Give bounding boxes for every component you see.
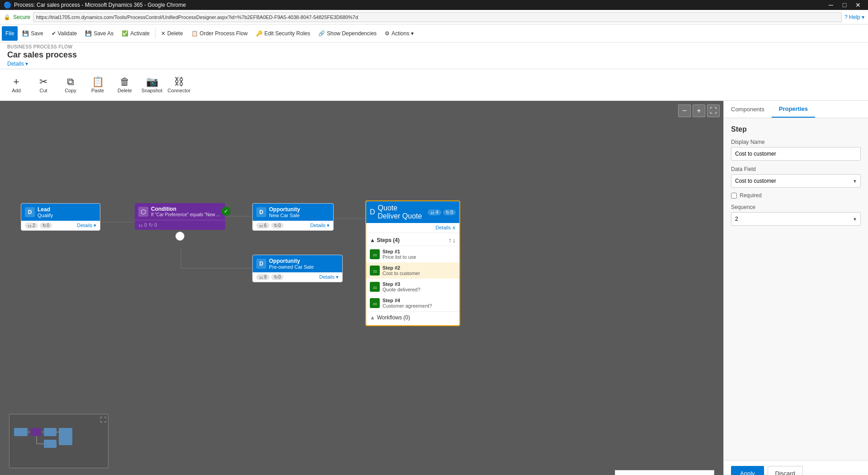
panel-footer: Apply Discard <box>724 460 868 475</box>
opp-pre-details-button[interactable]: Details ▾ <box>319 274 339 280</box>
tab-properties[interactable]: Properties <box>772 101 815 118</box>
lead-details-button[interactable]: Details ▾ <box>77 223 96 228</box>
lead-workflows-badge: ↻ 0 <box>40 223 52 228</box>
canvas-controls: − + ⛶ <box>678 104 720 117</box>
connector-icon: ⛓ <box>174 77 184 87</box>
step-1-label: Step #1 <box>382 249 416 254</box>
file-button[interactable]: File <box>2 26 18 41</box>
fit-button[interactable]: ⛶ <box>707 104 720 117</box>
steps-arrows: ↑ ↓ <box>448 237 456 244</box>
workflows-section: ▲ Workflows (0) <box>366 311 459 323</box>
snapshot-icon: 📷 <box>146 77 158 87</box>
step-4-sub: Customer agreement? <box>382 303 432 309</box>
quote-node-title: Quote <box>378 204 422 212</box>
step-2-label: Step #2 <box>382 265 420 271</box>
step-4-label: Step #4 <box>382 298 432 303</box>
page-header: BUSINESS PROCESS FLOW Car sales process … <box>0 43 868 69</box>
minimap[interactable]: ⛶ <box>9 414 108 468</box>
quote-node-icon: D <box>370 208 375 216</box>
data-field-select[interactable]: Cost to customer <box>731 174 861 188</box>
step-2-icon: ⚏ <box>370 266 380 276</box>
tab-components[interactable]: Components <box>724 101 772 118</box>
paste-icon: 📋 <box>92 77 104 87</box>
quote-details-button[interactable]: Details ∧ <box>435 225 456 231</box>
details-button[interactable]: Details ▾ <box>7 61 861 69</box>
step-2-item[interactable]: ⚏ Step #2 Cost to customer <box>366 262 459 279</box>
copy-button[interactable]: ⧉ Copy <box>58 71 83 99</box>
step-3-icon: ⚏ <box>370 282 380 292</box>
zoom-in-button[interactable]: + <box>693 104 705 117</box>
delete-button[interactable]: ✕ Delete <box>157 26 187 41</box>
opp-new-workflows-badge: ↻ 0 <box>271 223 284 228</box>
connector-button[interactable]: ⛓ Connector <box>166 71 192 99</box>
condition-node[interactable]: ⬡ Condition If "Car Preference" equals "… <box>135 203 225 230</box>
lead-node-subtitle: Qualify <box>38 213 53 218</box>
step-4-item[interactable]: ⚏ Step #4 Customer agreement? <box>366 295 459 311</box>
step-1-sub: Price list to use <box>382 254 416 260</box>
close-button[interactable]: ✕ <box>852 0 864 10</box>
lead-node[interactable]: D Lead Qualify ⚏ 2 ↻ 0 Details ▾ <box>21 203 100 231</box>
step-3-text: Step #3 Quote delivered? <box>382 281 420 292</box>
opp-pre-node-header: D Opportunity Pre-owned Car Sale <box>253 255 342 272</box>
activate-button[interactable]: ✅ Activate <box>118 26 153 41</box>
lead-node-icon: D <box>25 207 35 217</box>
cut-icon: ✂ <box>39 77 47 87</box>
sequence-select[interactable]: 1 2 3 4 <box>731 212 861 226</box>
opportunity-preowned-node[interactable]: D Opportunity Pre-owned Car Sale ⚏ 9 ↻ 0… <box>252 255 343 282</box>
minimize-button[interactable]: ─ <box>825 0 837 10</box>
actions-button[interactable]: ⚙ Actions ▾ <box>381 26 417 41</box>
mini-opp-pre <box>44 440 57 448</box>
apply-button[interactable]: Apply <box>731 466 764 475</box>
panel-tabs: Components Properties <box>724 101 868 118</box>
edit-security-icon: 🔑 <box>256 30 263 37</box>
step-2-text: Step #2 Cost to customer <box>382 265 420 276</box>
discard-button[interactable]: Discard <box>768 466 803 475</box>
show-dependencies-button[interactable]: 🔗 Show Dependencies <box>315 26 380 41</box>
save-button[interactable]: 💾 Save <box>19 26 47 41</box>
copy-icon: ⧉ <box>67 77 74 87</box>
global-workflow-bar[interactable]: ↻ Global Workflow (0) ∧ <box>615 470 714 475</box>
maximize-button[interactable]: □ <box>838 0 851 10</box>
opportunity-new-node[interactable]: D Opportunity New Car Sale ⚏ 6 ↻ 0 Detai… <box>252 203 334 231</box>
add-icon: + <box>14 77 19 87</box>
step-1-item[interactable]: ⚏ Step #1 Price list to use <box>366 246 459 262</box>
activate-icon: ✅ <box>122 30 128 37</box>
url-input[interactable] <box>33 12 842 22</box>
delete-icon-button[interactable]: 🗑 Delete <box>112 71 137 99</box>
canvas[interactable]: − + ⛶ D Lead Qualify ⚏ 2 ↻ 0 Details ▾ ⬡ <box>0 101 723 475</box>
delete-icon: ✕ <box>161 30 165 37</box>
zoom-out-button[interactable]: − <box>678 104 691 117</box>
condition-node-subtitle: If "Car Preference" equals "New ... <box>151 212 220 217</box>
lead-node-title: Lead <box>38 206 53 213</box>
step-3-item[interactable]: ⚏ Step #3 Quote delivered? <box>366 279 459 295</box>
help-link[interactable]: ? Help ▾ <box>844 14 864 20</box>
quote-node[interactable]: D Quote Deliver Quote ⚏ 4 ↻ 0 Details ∧ … <box>365 200 460 326</box>
steps-title: ▲ Steps (4) ↑ ↓ <box>366 235 459 246</box>
address-bar: 🔒 Secure ? Help ▾ <box>0 10 868 24</box>
opp-pre-node-icon: D <box>256 259 266 269</box>
steps-down-button[interactable]: ↓ <box>453 237 456 244</box>
snapshot-button[interactable]: 📷 Snapshot <box>139 71 165 99</box>
save-as-button[interactable]: 💾 Save As <box>81 26 117 41</box>
condition-x-button[interactable]: ✕ <box>175 232 184 241</box>
sequence-select-wrapper: 1 2 3 4 <box>731 212 861 226</box>
validate-button[interactable]: ✔ Validate <box>48 26 80 41</box>
edit-security-roles-button[interactable]: 🔑 Edit Security Roles <box>252 26 314 41</box>
minimap-expand-icon[interactable]: ⛶ <box>100 416 106 423</box>
required-checkbox[interactable] <box>731 193 737 199</box>
opp-new-node-subtitle: New Car Sale <box>269 213 300 218</box>
display-name-input[interactable] <box>731 147 861 161</box>
opp-new-fields-badge: ⚏ 6 <box>256 223 269 228</box>
steps-panel: ▲ Steps (4) ↑ ↓ ⚏ Step #1 Price list to … <box>366 233 459 325</box>
add-button[interactable]: + Add <box>4 71 29 99</box>
icon-toolbar: + Add ✂ Cut ⧉ Copy 📋 Paste 🗑 Delete 📷 Sn… <box>0 69 868 101</box>
opp-new-node-header: D Opportunity New Car Sale <box>253 204 333 221</box>
opp-pre-node-title: Opportunity <box>269 258 314 264</box>
paste-button[interactable]: 📋 Paste <box>85 71 110 99</box>
order-process-flow-button[interactable]: 📋 Order Process Flow <box>188 26 251 41</box>
quote-workflows-badge: ↻ 0 <box>443 209 456 215</box>
steps-up-button[interactable]: ↑ <box>448 237 452 244</box>
cut-button[interactable]: ✂ Cut <box>31 71 56 99</box>
opp-new-details-button[interactable]: Details ▾ <box>310 223 330 228</box>
lead-fields-badge: ⚏ 2 <box>25 223 38 228</box>
